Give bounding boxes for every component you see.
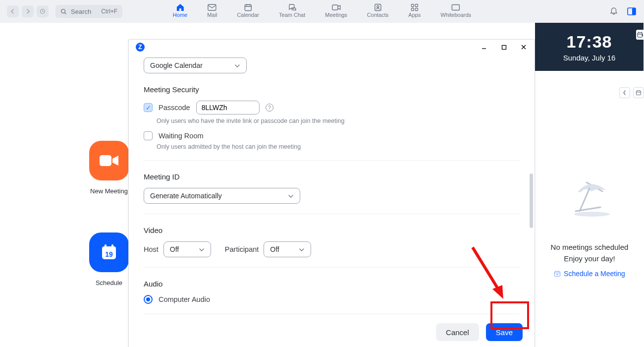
- schedule-meeting-dialog: Z Google Calendar Meeting Security Passc…: [128, 39, 535, 347]
- tab-apps[interactable]: Apps: [408, 3, 421, 18]
- video-icon: [331, 3, 341, 12]
- schedule-meeting-link-text: Schedule a Meeting: [564, 270, 625, 278]
- tab-label: Meetings: [325, 12, 347, 18]
- dialog-scrollbar[interactable]: [530, 174, 533, 228]
- annotation-highlight-box: [490, 301, 529, 329]
- passcode-input[interactable]: [196, 101, 260, 115]
- svg-rect-13: [632, 8, 636, 15]
- calendar-select[interactable]: Google Calendar: [144, 58, 247, 73]
- chevron-down-icon: [199, 245, 205, 253]
- tab-home[interactable]: Home: [173, 3, 187, 18]
- tab-label: Contacts: [367, 12, 388, 18]
- audio-computer-radio[interactable]: [144, 295, 153, 304]
- cancel-button[interactable]: Cancel: [436, 323, 479, 341]
- svg-rect-8: [415, 4, 418, 7]
- calendar-icon: 19: [99, 242, 119, 262]
- calendar-plus-icon: [554, 270, 561, 277]
- clock-panel: 17:38 Sunday, July 16: [535, 23, 644, 71]
- new-meeting-label: New Meeting: [90, 187, 128, 195]
- add-event-icon[interactable]: [636, 30, 644, 40]
- schedule-meeting-link[interactable]: Schedule a Meeting: [554, 270, 625, 278]
- home-icon: [175, 3, 185, 12]
- chevron-down-icon: [288, 192, 294, 200]
- audio-heading: Audio: [144, 280, 520, 288]
- passcode-label: Passcode: [159, 104, 190, 112]
- tab-teamchat[interactable]: Team Chat: [279, 3, 305, 18]
- chevron-down-icon: [299, 245, 305, 253]
- side-panel: No meetings scheduled Enjoy your day! Sc…: [535, 87, 644, 278]
- svg-rect-11: [452, 5, 460, 10]
- passcode-checkbox[interactable]: [144, 103, 153, 112]
- tab-label: Home: [173, 12, 187, 18]
- tab-meetings[interactable]: Meetings: [325, 3, 347, 18]
- video-icon: [99, 153, 119, 168]
- meeting-id-select[interactable]: Generate Automatically: [144, 188, 300, 204]
- no-meetings-line2: Enjoy your day!: [564, 254, 615, 263]
- svg-point-22: [574, 212, 610, 217]
- chevron-down-icon: [234, 61, 240, 69]
- schedule-label: Schedule: [96, 279, 122, 287]
- contacts-icon: [373, 3, 383, 12]
- whiteboard-icon: [451, 3, 461, 12]
- tab-whiteboards[interactable]: Whiteboards: [440, 3, 471, 18]
- svg-rect-9: [411, 8, 414, 11]
- history-button[interactable]: [37, 5, 49, 17]
- tab-label: Calendar: [237, 12, 259, 18]
- svg-rect-3: [245, 5, 251, 11]
- maximize-button[interactable]: [500, 43, 508, 51]
- search-icon: [60, 8, 67, 15]
- zoom-logo-icon: Z: [136, 43, 145, 52]
- side-today-button[interactable]: [633, 87, 644, 98]
- search-placeholder: Search: [71, 8, 91, 15]
- new-meeting-tile[interactable]: [89, 141, 129, 180]
- dialog-titlebar: Z: [129, 40, 535, 55]
- svg-rect-18: [111, 244, 113, 248]
- meeting-id-heading: Meeting ID: [144, 173, 520, 181]
- tab-mail[interactable]: Mail: [207, 3, 217, 18]
- svg-rect-24: [502, 45, 506, 49]
- tab-label: Whiteboards: [440, 12, 471, 18]
- video-participant-label: Participant: [225, 245, 259, 253]
- waiting-room-hint: Only users admitted by the host can join…: [157, 143, 520, 150]
- main-tabs: Home Mail Calendar Team Chat Meetings Co…: [173, 0, 471, 23]
- back-button[interactable]: [7, 5, 19, 17]
- search-shortcut: Ctrl+F: [101, 8, 117, 15]
- tab-label: Team Chat: [279, 12, 305, 18]
- svg-rect-14: [100, 155, 111, 166]
- passcode-hint: Only users who have the invite link or p…: [157, 117, 520, 124]
- mail-icon: [207, 3, 217, 12]
- video-participant-select[interactable]: Off: [264, 241, 311, 257]
- panel-toggle-icon[interactable]: [626, 6, 637, 17]
- audio-computer-label: Computer Audio: [159, 295, 210, 303]
- tab-calendar[interactable]: Calendar: [237, 3, 259, 18]
- svg-rect-17: [105, 244, 107, 248]
- apps-icon: [410, 3, 420, 12]
- side-prev-button[interactable]: [619, 87, 630, 98]
- notification-bell-icon[interactable]: [608, 6, 619, 17]
- svg-rect-16: [102, 246, 116, 250]
- close-button[interactable]: [520, 43, 528, 51]
- tab-label: Apps: [408, 12, 421, 18]
- svg-text:19: 19: [105, 250, 113, 258]
- video-host-select[interactable]: Off: [163, 241, 211, 257]
- app-top-bar: Search Ctrl+F Home Mail Calendar Team Ch…: [0, 0, 644, 23]
- tab-contacts[interactable]: Contacts: [367, 3, 388, 18]
- waiting-room-checkbox[interactable]: [144, 131, 153, 140]
- svg-point-6: [377, 6, 379, 8]
- clock-date: Sunday, July 16: [563, 54, 616, 62]
- meeting-id-value: Generate Automatically: [150, 192, 222, 200]
- svg-rect-7: [411, 4, 414, 7]
- forward-button[interactable]: [22, 5, 34, 17]
- calendar-select-value: Google Calendar: [150, 61, 203, 69]
- svg-rect-2: [208, 4, 216, 10]
- dialog-footer: Cancel Save: [129, 316, 535, 347]
- tab-label: Mail: [207, 12, 217, 18]
- schedule-tile[interactable]: 19: [89, 232, 129, 272]
- video-participant-value: Off: [270, 245, 279, 253]
- minimize-button[interactable]: [480, 43, 488, 51]
- security-heading: Meeting Security: [144, 85, 520, 94]
- search-box[interactable]: Search Ctrl+F: [55, 5, 122, 18]
- calendar-icon: [243, 3, 253, 12]
- info-icon[interactable]: ?: [266, 104, 273, 112]
- svg-rect-21: [637, 91, 641, 95]
